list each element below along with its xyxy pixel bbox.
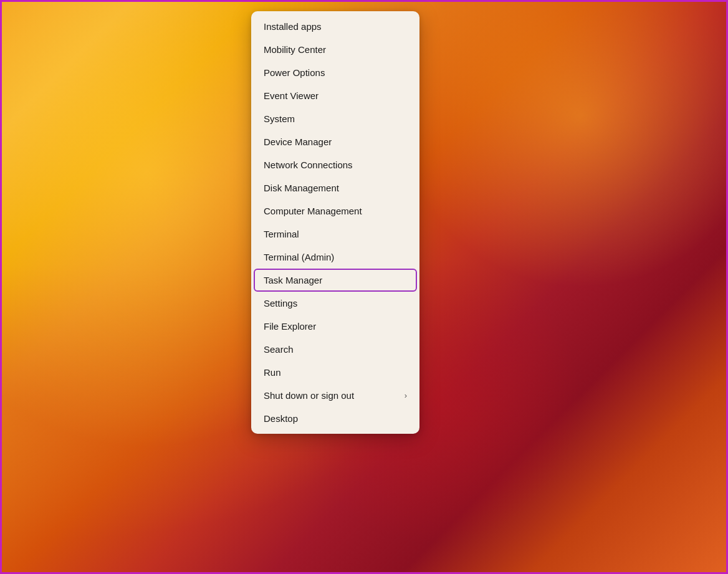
menu-item-installed-apps[interactable]: Installed apps (251, 15, 419, 38)
menu-item-label-file-explorer: File Explorer (264, 321, 316, 332)
menu-item-label-terminal-admin: Terminal (Admin) (264, 252, 334, 262)
menu-item-disk-management[interactable]: Disk Management (251, 176, 419, 199)
menu-item-system[interactable]: System (251, 107, 419, 130)
menu-item-label-system: System (264, 113, 295, 124)
menu-item-label-task-manager: Task Manager (264, 275, 322, 285)
menu-item-label-network-connections: Network Connections (264, 160, 353, 170)
menu-item-power-options[interactable]: Power Options (251, 61, 419, 84)
menu-item-file-explorer[interactable]: File Explorer (251, 315, 419, 338)
menu-item-label-search: Search (264, 344, 294, 355)
menu-item-label-terminal: Terminal (264, 229, 299, 239)
menu-item-label-installed-apps: Installed apps (264, 21, 322, 32)
menu-item-search[interactable]: Search (251, 338, 419, 361)
menu-item-task-manager[interactable]: Task Manager (254, 269, 417, 292)
menu-item-label-disk-management: Disk Management (264, 183, 339, 193)
menu-item-network-connections[interactable]: Network Connections (251, 153, 419, 176)
menu-item-settings[interactable]: Settings (251, 292, 419, 315)
menu-item-desktop[interactable]: Desktop (251, 407, 419, 430)
menu-item-terminal[interactable]: Terminal (251, 222, 419, 246)
menu-item-run[interactable]: Run (251, 361, 419, 384)
menu-item-terminal-admin[interactable]: Terminal (Admin) (251, 246, 419, 269)
menu-item-device-manager[interactable]: Device Manager (251, 130, 419, 153)
menu-item-label-run: Run (264, 367, 281, 378)
menu-item-label-power-options: Power Options (264, 67, 325, 78)
menu-item-label-desktop: Desktop (264, 413, 298, 424)
menu-item-mobility-center[interactable]: Mobility Center (251, 38, 419, 61)
menu-item-label-settings: Settings (264, 298, 297, 309)
menu-item-computer-management[interactable]: Computer Management (251, 199, 419, 222)
menu-item-label-mobility-center: Mobility Center (264, 44, 326, 55)
menu-item-label-computer-management: Computer Management (264, 206, 362, 216)
context-menu: Installed appsMobility CenterPower Optio… (251, 11, 419, 434)
menu-item-event-viewer[interactable]: Event Viewer (251, 84, 419, 107)
menu-item-arrow-shut-down: › (405, 391, 407, 400)
menu-item-label-device-manager: Device Manager (264, 136, 332, 147)
menu-item-label-event-viewer: Event Viewer (264, 90, 318, 101)
menu-item-shut-down[interactable]: Shut down or sign out› (251, 384, 419, 407)
menu-item-label-shut-down: Shut down or sign out (264, 390, 354, 401)
